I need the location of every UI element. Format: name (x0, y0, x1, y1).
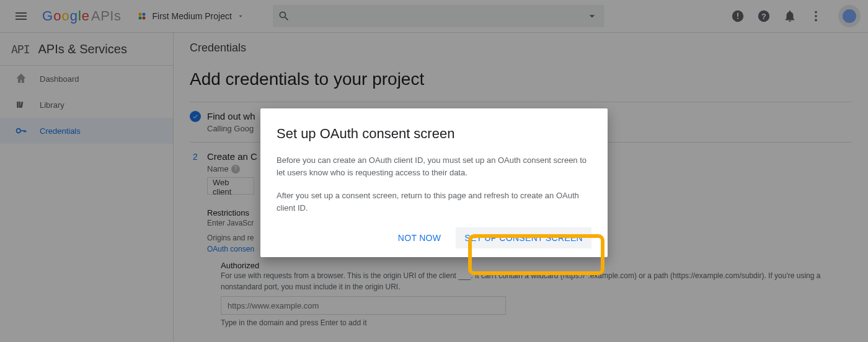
dialog-text-2: After you set up a consent screen, retur… (277, 190, 591, 214)
consent-dialog: Set up OAuth consent screen Before you c… (260, 108, 608, 257)
dialog-title: Set up OAuth consent screen (277, 126, 591, 142)
not-now-button[interactable]: NOT NOW (389, 227, 450, 248)
setup-consent-button[interactable]: SET UP CONSENT SCREEN (456, 227, 591, 248)
dialog-text-1: Before you can create an OAuth client ID… (277, 154, 591, 178)
